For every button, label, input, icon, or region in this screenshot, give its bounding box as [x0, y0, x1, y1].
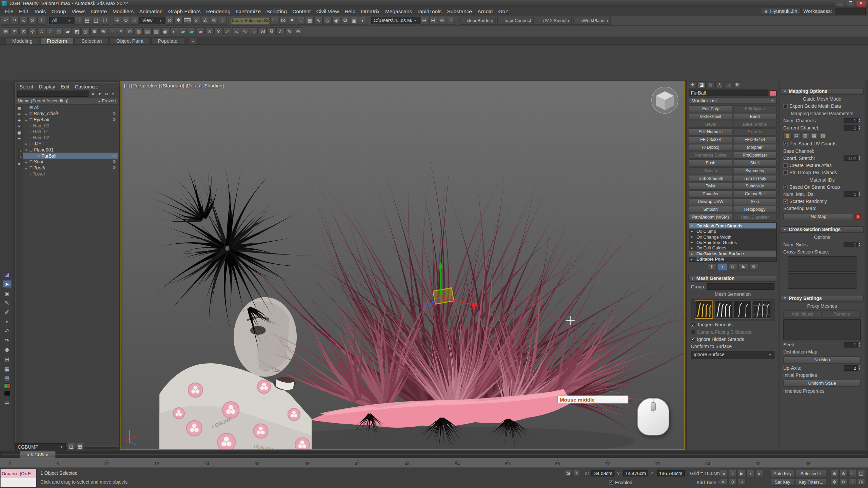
render-production-icon[interactable]: ◐	[359, 16, 367, 24]
map-channel-2-icon[interactable]: ▤	[792, 132, 800, 139]
render-preview-icon[interactable]: ◐	[170, 27, 178, 35]
set-key-button[interactable]: Set Key	[771, 478, 794, 486]
modifier-visibility-icon[interactable]: ●	[691, 235, 695, 239]
maximize-viewport-icon[interactable]: ◳	[857, 478, 865, 486]
conform-surface-dropdown[interactable]: Ignore Surface▼	[691, 351, 775, 359]
color-swatch-black[interactable]	[4, 391, 11, 396]
coordinate-x-field[interactable]: 34.08cm	[591, 470, 615, 476]
snaps-3d-icon[interactable]: ⊠	[19, 27, 27, 35]
modifier-button[interactable]: Subdivide	[733, 183, 777, 190]
modifier-stack-row[interactable]: ▸ Editable Poly	[689, 257, 776, 262]
rendered-frame-icon[interactable]: ▣	[350, 16, 358, 24]
color-swatch-green-red[interactable]	[4, 383, 11, 389]
display-spacewarps-icon[interactable]: ≈	[16, 142, 22, 148]
ribbon-toggle-icon[interactable]: ▦	[305, 16, 314, 24]
group-field[interactable]	[707, 283, 774, 290]
delete-markup-icon[interactable]: ⊗	[2, 346, 11, 353]
menu-item[interactable]: Ornatrix	[358, 8, 382, 14]
polygon-mode-icon[interactable]: ▰	[64, 27, 72, 35]
expand-arrow-icon[interactable]: ▸	[24, 166, 28, 170]
tree-row[interactable]: ▸ ◻ Body_Chair ⊛	[23, 110, 118, 117]
coordinate-z-field[interactable]: 136.744cm	[657, 470, 685, 476]
scene-converter-icon[interactable]: ⊚	[438, 16, 446, 24]
absolute-relative-icon[interactable]: ⌖	[573, 470, 580, 477]
ortho-toggle-icon[interactable]: ⊥	[108, 27, 116, 35]
snaps-toggle-icon[interactable]: 3	[192, 16, 200, 24]
tray-icon[interactable]: ▭	[2, 398, 11, 406]
up-axis-spinner[interactable]: 2	[843, 365, 857, 371]
xview-icon[interactable]: ≋	[90, 27, 98, 35]
cross-section-shape-preview[interactable]	[788, 256, 856, 272]
redo-icon[interactable]: ↷	[11, 16, 19, 24]
next-frame-arrow-icon[interactable]: ▶	[46, 453, 49, 456]
enabled-toggle[interactable]: ✓ Enabled:	[609, 480, 634, 485]
utilities-tab-icon[interactable]: ⚒	[733, 81, 741, 88]
mirror-icon[interactable]: ⋈	[279, 16, 287, 24]
menu-item[interactable]: Tools	[31, 8, 49, 14]
modifier-button[interactable]: Bevel	[689, 121, 732, 128]
strand-mesh-thumb-4[interactable]	[753, 301, 771, 319]
array-tool-icon[interactable]: ⧉	[268, 27, 276, 35]
modifier-button[interactable]: Chamfer	[689, 190, 732, 198]
modifier-stack-row[interactable]: ● Ox Mesh From Strands	[689, 223, 776, 228]
modifier-button[interactable]: FFD 3x3x3	[689, 136, 732, 143]
modifier-visibility-icon[interactable]: ●	[691, 252, 695, 256]
select-cursor-icon[interactable]: ➤	[2, 280, 11, 288]
menu-item[interactable]: Group	[48, 8, 68, 14]
go-to-start-icon[interactable]: «	[720, 470, 728, 477]
uv-tool-teal-icon[interactable]: ▰	[188, 27, 196, 35]
auto-key-button[interactable]: Auto Key	[771, 470, 794, 477]
next-frame-icon[interactable]: ›	[746, 470, 754, 477]
pin-stack-icon[interactable]: ↧	[707, 263, 716, 270]
zoom-all-icon[interactable]: ⊛	[839, 470, 847, 477]
soft-selection-icon[interactable]: ◎	[81, 27, 90, 35]
select-and-link-icon[interactable]: ∞	[19, 16, 27, 24]
relax-tool-icon[interactable]: ≈	[250, 27, 258, 35]
select-and-scale-icon[interactable]: ⊿	[131, 16, 139, 24]
project-folder-icon[interactable]: ⊟	[420, 16, 428, 24]
mirror-tool-icon[interactable]: ⋈	[258, 27, 267, 35]
display-geometry-icon[interactable]: ◎	[16, 112, 22, 117]
use-pivot-center-icon[interactable]: ⊙	[165, 16, 174, 24]
modifier-button[interactable]: Edit Spline	[733, 105, 777, 112]
axis-xy-icon[interactable]: ≍	[232, 27, 240, 35]
uniform-scale-button[interactable]: Uniform Scale	[783, 380, 861, 387]
edit-named-sets-icon[interactable]: ≔	[270, 16, 278, 24]
select-and-rotate-icon[interactable]: ↻	[122, 16, 130, 24]
modifier-button[interactable]: Smooth	[689, 206, 732, 213]
modifier-button[interactable]: FFD 4x4x4	[733, 136, 777, 143]
zoom-extents-icon[interactable]: ⌂	[848, 470, 856, 477]
menu-item[interactable]: Graph Editors	[165, 8, 203, 14]
menu-item[interactable]: Views	[69, 8, 88, 14]
modifier-button[interactable]: CreaseSet	[733, 190, 777, 198]
clear-search-icon[interactable]: ✕	[90, 91, 96, 97]
modifier-stack-row[interactable]: ● Ox Change Width	[689, 234, 776, 240]
unlink-selection-icon[interactable]: ⊘	[28, 16, 36, 24]
vertex-mode-icon[interactable]: ∴	[37, 27, 45, 35]
modifier-button[interactable]: Push	[689, 159, 732, 166]
rollout-header-mesh-generation[interactable]: ▼ Mesh Generation	[688, 275, 777, 282]
current-frame-field[interactable]: 0	[729, 478, 737, 486]
distribution-map-button[interactable]: No Map	[783, 356, 861, 363]
map-channel-5-icon[interactable]: ▧	[819, 132, 827, 139]
menu-item[interactable]: Rendering	[203, 8, 233, 14]
display-tab-icon[interactable]: □	[724, 81, 732, 88]
tree-row[interactable]: ◌ Towel	[23, 171, 118, 177]
smooth-tool-icon[interactable]: ∿	[241, 27, 249, 35]
expand-arrow-icon[interactable]: ▸	[24, 142, 28, 145]
keyboard-override-icon[interactable]: ⌨	[183, 16, 191, 24]
tree-row[interactable]: ▸ ◻ Snot ⊛	[23, 159, 118, 165]
modifier-button[interactable]: TurboSmooth	[689, 175, 732, 182]
minimize-button[interactable]: —	[835, 0, 845, 6]
tangent-normals-checkbox[interactable]: ✓ Tangent Normals	[691, 322, 775, 327]
select-object-icon[interactable]: □	[74, 16, 82, 24]
docked-toolbar[interactable]: ⋮sWorkPlaneLi	[573, 16, 610, 24]
asset-library-icon[interactable]: ⊞	[429, 16, 437, 24]
play-animation-icon[interactable]: ▶	[737, 470, 746, 477]
axis-z-icon[interactable]: Z	[223, 27, 231, 35]
menu-item[interactable]: Arnold	[475, 8, 495, 14]
close-button[interactable]: ✕	[856, 0, 866, 6]
scene-states-icon[interactable]: ▥	[152, 27, 160, 35]
selection-set-dropdown[interactable]: CGBUMP▼	[15, 443, 66, 450]
shape-tool-green-icon[interactable]: ▰	[179, 27, 187, 35]
